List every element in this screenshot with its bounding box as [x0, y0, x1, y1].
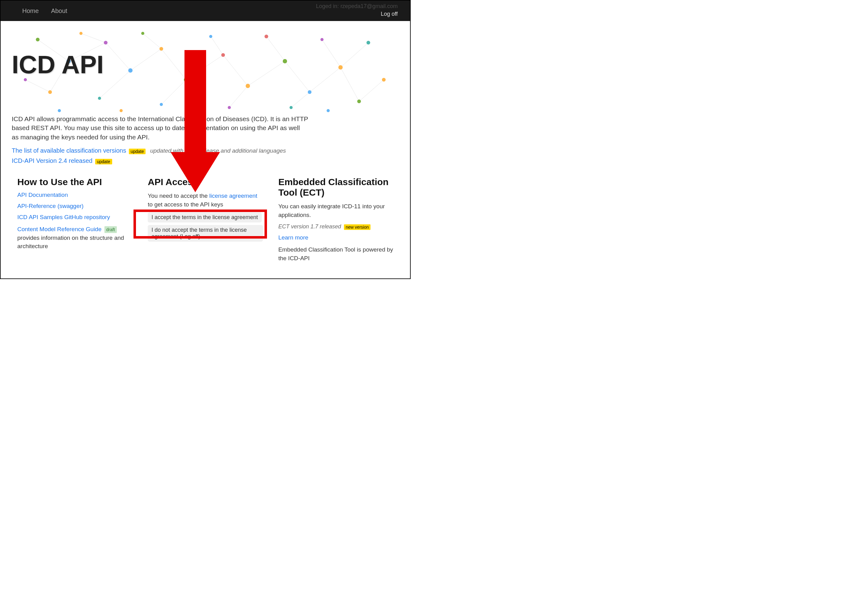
ect-version-text: ECT version 1.7 released	[278, 223, 341, 230]
ect-heading: Embedded Classification Tool (ECT)	[278, 177, 393, 198]
svg-point-51	[197, 109, 200, 112]
svg-point-47	[141, 32, 144, 35]
svg-point-32	[160, 103, 163, 106]
svg-point-43	[209, 35, 212, 38]
new-version-badge: new version	[344, 224, 371, 230]
svg-point-30	[159, 47, 163, 51]
svg-point-34	[246, 84, 250, 88]
access-text-pre: You need to accept the	[148, 192, 209, 199]
nav-home-link[interactable]: Home	[22, 7, 38, 15]
logged-in-text: Loged in: rzepeda17@gmail.com	[316, 3, 398, 10]
svg-point-31	[184, 78, 188, 82]
svg-point-40	[357, 99, 361, 103]
svg-point-26	[48, 90, 52, 94]
learn-more-link[interactable]: Learn more	[278, 234, 393, 241]
page-title: ICD API	[12, 52, 399, 77]
svg-point-35	[228, 106, 231, 109]
versions-link[interactable]: The list of available classification ver…	[12, 147, 126, 154]
svg-point-39	[366, 41, 370, 44]
svg-point-46	[382, 78, 386, 81]
svg-point-44	[264, 35, 268, 38]
versions-note: updated with 2024 release and additional…	[150, 148, 286, 154]
ect-column: Embedded Classification Tool (ECT) You c…	[278, 177, 393, 262]
svg-point-27	[104, 41, 108, 44]
logoff-link[interactable]: Log off	[316, 11, 398, 17]
svg-point-52	[326, 109, 330, 112]
nav-about-link[interactable]: About	[51, 7, 67, 15]
howto-column: How to Use the API API Documentation API…	[17, 177, 132, 262]
content-model-link[interactable]: Content Model Reference Guide	[17, 226, 102, 232]
api-doc-link[interactable]: API Documentation	[17, 192, 132, 198]
navbar: Home About Loged in: rzepeda17@gmail.com…	[1, 1, 410, 21]
svg-point-42	[80, 32, 83, 35]
svg-line-22	[143, 33, 161, 49]
api-samples-link[interactable]: ICD API Samples GitHub repository	[17, 214, 132, 221]
svg-point-29	[98, 97, 101, 100]
svg-point-50	[120, 109, 123, 112]
update-badge: update	[95, 159, 112, 164]
v24-link[interactable]: ICD-API Version 2.4 released	[12, 157, 92, 164]
svg-point-49	[58, 109, 61, 112]
reject-terms-button[interactable]: I do not accept the terms in the license…	[148, 225, 263, 242]
svg-line-16	[25, 80, 50, 92]
content-model-tail: provides information on the structure an…	[17, 235, 124, 250]
access-heading: API Access	[148, 177, 263, 187]
svg-point-45	[320, 38, 323, 41]
api-ref-link[interactable]: API-Reference (swagger)	[17, 203, 132, 210]
ect-powered-text: Embedded Classification Tool is powered …	[278, 245, 393, 262]
svg-line-21	[359, 80, 384, 101]
svg-point-48	[289, 106, 292, 109]
svg-point-41	[24, 78, 27, 81]
svg-line-10	[229, 86, 248, 108]
update-badge: update	[129, 149, 146, 154]
svg-line-23	[291, 92, 310, 108]
ect-desc: You can easily integrate ICD-11 into you…	[278, 202, 393, 219]
svg-line-7	[161, 80, 186, 105]
access-column: API Access You need to accept the licens…	[148, 177, 263, 262]
access-text-post: to get access to the API keys	[148, 201, 223, 208]
license-agreement-link[interactable]: license agreement	[209, 192, 257, 199]
draft-badge: draft	[105, 226, 117, 233]
svg-point-37	[308, 90, 311, 94]
svg-line-17	[81, 33, 106, 43]
svg-point-24	[36, 38, 40, 41]
accept-terms-button[interactable]: I accept the terms in the license agreem…	[148, 212, 261, 223]
intro-text: ICD API allows programmatic access to th…	[12, 114, 309, 142]
howto-heading: How to Use the API	[17, 177, 132, 187]
